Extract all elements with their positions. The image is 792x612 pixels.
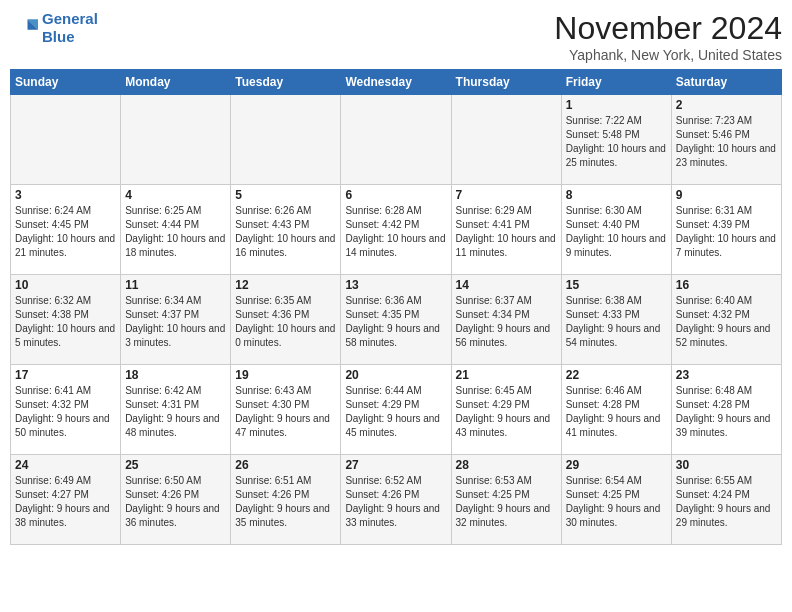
calendar-week-1: 1Sunrise: 7:22 AM Sunset: 5:48 PM Daylig…	[11, 95, 782, 185]
cell-info: Sunrise: 6:50 AM Sunset: 4:26 PM Dayligh…	[125, 474, 226, 530]
cell-info: Sunrise: 6:36 AM Sunset: 4:35 PM Dayligh…	[345, 294, 446, 350]
day-number: 7	[456, 188, 557, 202]
day-number: 19	[235, 368, 336, 382]
day-number: 5	[235, 188, 336, 202]
cell-info: Sunrise: 6:35 AM Sunset: 4:36 PM Dayligh…	[235, 294, 336, 350]
calendar-cell: 2Sunrise: 7:23 AM Sunset: 5:46 PM Daylig…	[671, 95, 781, 185]
calendar-cell: 25Sunrise: 6:50 AM Sunset: 4:26 PM Dayli…	[121, 455, 231, 545]
cell-info: Sunrise: 6:29 AM Sunset: 4:41 PM Dayligh…	[456, 204, 557, 260]
calendar-cell: 18Sunrise: 6:42 AM Sunset: 4:31 PM Dayli…	[121, 365, 231, 455]
cell-info: Sunrise: 6:28 AM Sunset: 4:42 PM Dayligh…	[345, 204, 446, 260]
day-number: 29	[566, 458, 667, 472]
calendar-cell: 1Sunrise: 7:22 AM Sunset: 5:48 PM Daylig…	[561, 95, 671, 185]
location: Yaphank, New York, United States	[554, 47, 782, 63]
cell-info: Sunrise: 6:46 AM Sunset: 4:28 PM Dayligh…	[566, 384, 667, 440]
calendar-cell: 21Sunrise: 6:45 AM Sunset: 4:29 PM Dayli…	[451, 365, 561, 455]
month-title: November 2024	[554, 10, 782, 47]
day-number: 12	[235, 278, 336, 292]
calendar-cell: 7Sunrise: 6:29 AM Sunset: 4:41 PM Daylig…	[451, 185, 561, 275]
cell-info: Sunrise: 6:51 AM Sunset: 4:26 PM Dayligh…	[235, 474, 336, 530]
calendar-cell: 13Sunrise: 6:36 AM Sunset: 4:35 PM Dayli…	[341, 275, 451, 365]
cell-info: Sunrise: 7:22 AM Sunset: 5:48 PM Dayligh…	[566, 114, 667, 170]
day-number: 13	[345, 278, 446, 292]
day-number: 15	[566, 278, 667, 292]
day-number: 30	[676, 458, 777, 472]
day-number: 20	[345, 368, 446, 382]
day-number: 26	[235, 458, 336, 472]
col-header-sunday: Sunday	[11, 70, 121, 95]
calendar-cell: 30Sunrise: 6:55 AM Sunset: 4:24 PM Dayli…	[671, 455, 781, 545]
cell-info: Sunrise: 6:53 AM Sunset: 4:25 PM Dayligh…	[456, 474, 557, 530]
day-number: 16	[676, 278, 777, 292]
day-number: 21	[456, 368, 557, 382]
calendar-week-4: 17Sunrise: 6:41 AM Sunset: 4:32 PM Dayli…	[11, 365, 782, 455]
calendar-table: SundayMondayTuesdayWednesdayThursdayFrid…	[10, 69, 782, 545]
calendar-cell: 27Sunrise: 6:52 AM Sunset: 4:26 PM Dayli…	[341, 455, 451, 545]
cell-info: Sunrise: 6:38 AM Sunset: 4:33 PM Dayligh…	[566, 294, 667, 350]
calendar-cell: 4Sunrise: 6:25 AM Sunset: 4:44 PM Daylig…	[121, 185, 231, 275]
cell-info: Sunrise: 6:44 AM Sunset: 4:29 PM Dayligh…	[345, 384, 446, 440]
day-number: 8	[566, 188, 667, 202]
day-number: 28	[456, 458, 557, 472]
calendar-cell: 20Sunrise: 6:44 AM Sunset: 4:29 PM Dayli…	[341, 365, 451, 455]
page-header: General Blue November 2024 Yaphank, New …	[10, 10, 782, 63]
calendar-week-5: 24Sunrise: 6:49 AM Sunset: 4:27 PM Dayli…	[11, 455, 782, 545]
calendar-cell: 29Sunrise: 6:54 AM Sunset: 4:25 PM Dayli…	[561, 455, 671, 545]
calendar-cell: 14Sunrise: 6:37 AM Sunset: 4:34 PM Dayli…	[451, 275, 561, 365]
cell-info: Sunrise: 6:30 AM Sunset: 4:40 PM Dayligh…	[566, 204, 667, 260]
calendar-cell: 16Sunrise: 6:40 AM Sunset: 4:32 PM Dayli…	[671, 275, 781, 365]
calendar-cell: 3Sunrise: 6:24 AM Sunset: 4:45 PM Daylig…	[11, 185, 121, 275]
calendar-cell: 24Sunrise: 6:49 AM Sunset: 4:27 PM Dayli…	[11, 455, 121, 545]
calendar-cell: 5Sunrise: 6:26 AM Sunset: 4:43 PM Daylig…	[231, 185, 341, 275]
cell-info: Sunrise: 6:40 AM Sunset: 4:32 PM Dayligh…	[676, 294, 777, 350]
calendar-cell: 28Sunrise: 6:53 AM Sunset: 4:25 PM Dayli…	[451, 455, 561, 545]
col-header-monday: Monday	[121, 70, 231, 95]
calendar-cell: 8Sunrise: 6:30 AM Sunset: 4:40 PM Daylig…	[561, 185, 671, 275]
logo: General Blue	[10, 10, 98, 46]
day-number: 17	[15, 368, 116, 382]
day-number: 25	[125, 458, 226, 472]
cell-info: Sunrise: 6:34 AM Sunset: 4:37 PM Dayligh…	[125, 294, 226, 350]
cell-info: Sunrise: 6:55 AM Sunset: 4:24 PM Dayligh…	[676, 474, 777, 530]
cell-info: Sunrise: 6:48 AM Sunset: 4:28 PM Dayligh…	[676, 384, 777, 440]
calendar-week-3: 10Sunrise: 6:32 AM Sunset: 4:38 PM Dayli…	[11, 275, 782, 365]
cell-info: Sunrise: 6:24 AM Sunset: 4:45 PM Dayligh…	[15, 204, 116, 260]
day-number: 22	[566, 368, 667, 382]
day-number: 2	[676, 98, 777, 112]
logo-icon	[10, 14, 38, 42]
day-number: 11	[125, 278, 226, 292]
cell-info: Sunrise: 6:37 AM Sunset: 4:34 PM Dayligh…	[456, 294, 557, 350]
col-header-friday: Friday	[561, 70, 671, 95]
cell-info: Sunrise: 6:42 AM Sunset: 4:31 PM Dayligh…	[125, 384, 226, 440]
calendar-cell	[451, 95, 561, 185]
calendar-cell: 26Sunrise: 6:51 AM Sunset: 4:26 PM Dayli…	[231, 455, 341, 545]
calendar-week-2: 3Sunrise: 6:24 AM Sunset: 4:45 PM Daylig…	[11, 185, 782, 275]
calendar-cell: 17Sunrise: 6:41 AM Sunset: 4:32 PM Dayli…	[11, 365, 121, 455]
day-number: 23	[676, 368, 777, 382]
cell-info: Sunrise: 6:54 AM Sunset: 4:25 PM Dayligh…	[566, 474, 667, 530]
cell-info: Sunrise: 6:41 AM Sunset: 4:32 PM Dayligh…	[15, 384, 116, 440]
calendar-cell: 12Sunrise: 6:35 AM Sunset: 4:36 PM Dayli…	[231, 275, 341, 365]
calendar-cell: 23Sunrise: 6:48 AM Sunset: 4:28 PM Dayli…	[671, 365, 781, 455]
logo-text: General Blue	[42, 10, 98, 46]
calendar-cell: 15Sunrise: 6:38 AM Sunset: 4:33 PM Dayli…	[561, 275, 671, 365]
cell-info: Sunrise: 6:52 AM Sunset: 4:26 PM Dayligh…	[345, 474, 446, 530]
day-number: 14	[456, 278, 557, 292]
day-number: 4	[125, 188, 226, 202]
cell-info: Sunrise: 6:25 AM Sunset: 4:44 PM Dayligh…	[125, 204, 226, 260]
calendar-cell: 19Sunrise: 6:43 AM Sunset: 4:30 PM Dayli…	[231, 365, 341, 455]
col-header-tuesday: Tuesday	[231, 70, 341, 95]
calendar-cell: 11Sunrise: 6:34 AM Sunset: 4:37 PM Dayli…	[121, 275, 231, 365]
calendar-header-row: SundayMondayTuesdayWednesdayThursdayFrid…	[11, 70, 782, 95]
day-number: 3	[15, 188, 116, 202]
calendar-cell	[121, 95, 231, 185]
calendar-cell: 10Sunrise: 6:32 AM Sunset: 4:38 PM Dayli…	[11, 275, 121, 365]
title-block: November 2024 Yaphank, New York, United …	[554, 10, 782, 63]
day-number: 24	[15, 458, 116, 472]
day-number: 1	[566, 98, 667, 112]
day-number: 6	[345, 188, 446, 202]
day-number: 10	[15, 278, 116, 292]
cell-info: Sunrise: 7:23 AM Sunset: 5:46 PM Dayligh…	[676, 114, 777, 170]
day-number: 27	[345, 458, 446, 472]
cell-info: Sunrise: 6:26 AM Sunset: 4:43 PM Dayligh…	[235, 204, 336, 260]
